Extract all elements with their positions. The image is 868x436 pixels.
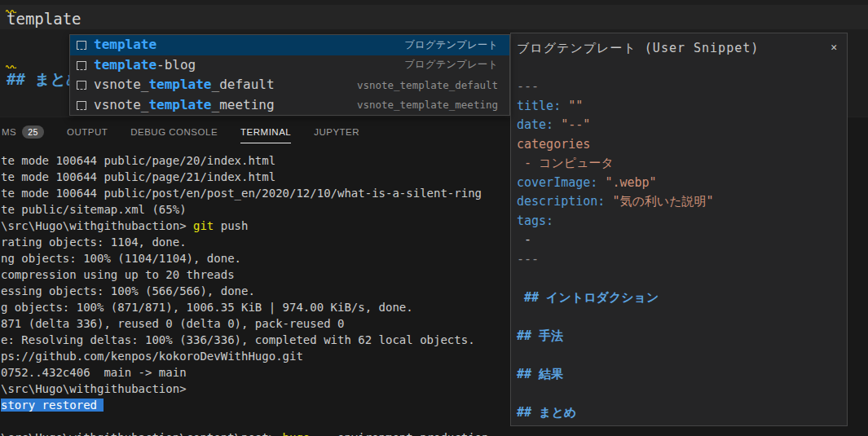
code-token: 0752..432c406 main -> main (1, 366, 187, 379)
tab-label: MS (2, 117, 16, 148)
code-token: description: (517, 194, 612, 209)
snippet-code-line: coverImage: ".webp" (517, 174, 842, 193)
code-token: te public/sitemap.xml (65%) (1, 203, 187, 216)
code-token: coverImage: (517, 175, 605, 190)
suggest-item-detail: vsnote_template_meeting (357, 99, 498, 111)
code-token: g objects: 100% (871/871), 1006.35 KiB |… (1, 301, 413, 314)
suggest-label-token: vsnote_ (94, 97, 148, 112)
code-token: ng objects: 100% (1104/1104), done. (1, 252, 241, 265)
snippet-preview-code: ---title: ""date: "--"categories - コンピュー… (517, 77, 842, 422)
tab-label: DEBUG CONSOLE (130, 117, 218, 148)
code-token: --environment production (310, 431, 488, 436)
snippet-code-line: title: "" (517, 97, 842, 117)
snippet-icon (77, 41, 86, 50)
tab-label: TERMINAL (240, 117, 291, 148)
suggest-item-detail: vsnote_template_default (357, 79, 498, 91)
snippet-code-line: date: "--" (517, 116, 842, 135)
code-token: ## 手法 (517, 328, 563, 343)
terminal-line: \src\Hugo\withgithubaction\content\post>… (1, 429, 868, 436)
code-token: "--" (561, 117, 590, 132)
code-token: title: (517, 99, 568, 113)
suggest-item[interactable]: vsnote_template_meetingvsnote_template_m… (70, 95, 509, 116)
code-token: ## 結果 (517, 367, 563, 381)
suggest-item[interactable]: template-blogブログテンプレート (70, 55, 509, 76)
snippet-preview-header: ブログテンプレート (User Snippet) ✕ (511, 33, 847, 56)
snippet-icon (77, 81, 86, 90)
code-token: "気の利いた説明" (612, 194, 713, 209)
snippet-code-line: --- (517, 250, 842, 270)
snippet-icon (77, 61, 86, 70)
suggest-item[interactable]: vsnote_template_defaultvsnote_template_d… (70, 75, 509, 95)
tab-terminal[interactable]: TERMINAL (240, 117, 291, 148)
snippet-preview-panel: ブログテンプレート (User Snippet) ✕ ---title: ""d… (510, 33, 848, 426)
code-token: categories (517, 137, 590, 152)
tab-label: OUTPUT (67, 117, 108, 148)
code-token: hugo (283, 431, 311, 436)
code-token: --- (517, 79, 539, 94)
suggest-item-label: template-blog (94, 55, 196, 75)
suggest-label-token: template (94, 57, 156, 73)
code-token: e: Resolving deltas: 100% (336/336), com… (1, 333, 475, 346)
code-token: push (214, 219, 248, 232)
snippet-code-line: ## イントロダクション (517, 288, 842, 308)
code-token: "" (568, 99, 583, 113)
suggest-label-token: -blog (156, 57, 196, 73)
snippet-code-line (517, 346, 842, 365)
code-token: te mode 100644 public/page/20/index.html (1, 154, 275, 167)
suggest-item-label: vsnote_template_default (94, 75, 275, 95)
code-token: story restored (1, 399, 104, 412)
code-token: git (193, 219, 214, 232)
suggest-item-label: template (94, 35, 156, 55)
snippet-code-line: tags: (517, 212, 842, 231)
snippet-code-line: - (517, 231, 842, 250)
suggest-label-token: template (148, 77, 211, 92)
tab-debug-console[interactable]: DEBUG CONSOLE (130, 117, 218, 148)
suggest-item[interactable]: templateブログテンプレート (70, 35, 509, 55)
suggest-label-token: template (94, 37, 156, 52)
close-icon[interactable]: ✕ (831, 41, 837, 54)
warning-squiggle-icon (6, 64, 16, 68)
snippet-code-line (517, 384, 842, 403)
suggest-label-token: vsnote_ (94, 77, 148, 92)
code-token: \src\Hugo\withgithubaction> (1, 382, 187, 395)
snippet-code-line: ## まとめ (517, 403, 842, 423)
code-token: te mode 100644 public/page/21/index.html (1, 170, 275, 183)
snippet-code-line (517, 307, 842, 327)
snippet-code-line (517, 269, 842, 288)
code-token: te mode 100644 public/post/en/post_en/20… (1, 187, 482, 200)
suggest-widget: templateブログテンプレートtemplate-blogブログテンプレートv… (69, 34, 510, 116)
code-token: ".webp" (605, 175, 656, 190)
code-token: ## イントロダクション (517, 290, 659, 305)
suggest-label-token: _meeting (212, 97, 275, 112)
code-token: compression using up to 20 threads (1, 268, 235, 281)
snippet-icon (77, 101, 86, 110)
snippet-code-line: --- (517, 77, 842, 97)
code-token: ps://github.com/kenpos/kokoroDevWithHugo… (1, 350, 303, 363)
tab-ms[interactable]: MS25 (2, 117, 44, 148)
suggest-item-label: vsnote_template_meeting (94, 95, 275, 115)
code-token: date: (517, 117, 561, 132)
code-token: - コンピュータ (517, 156, 614, 170)
problems-count-badge: 25 (22, 126, 44, 139)
code-token: - (517, 232, 531, 247)
tab-output[interactable]: OUTPUT (67, 117, 108, 148)
code-token: \src\Hugo\withgithubaction> (1, 219, 193, 232)
suggest-label-token: _default (212, 77, 275, 92)
suggest-label-token: template (148, 97, 211, 112)
tab-jupyter[interactable]: JUPYTER (314, 117, 359, 148)
snippet-code-line: ## 手法 (517, 327, 842, 346)
code-token: 871 (delta 336), reused 0 (delta 0), pac… (1, 317, 344, 330)
suggest-item-detail: ブログテンプレート (404, 58, 498, 72)
snippet-code-line: description: "気の利いた説明" (517, 192, 842, 212)
snippet-code-line: - コンピュータ (517, 154, 842, 174)
snippet-code-line: categories (517, 135, 842, 155)
code-token: --- (517, 252, 539, 266)
code-token: ## まとめ (517, 405, 576, 420)
suggest-item-detail: ブログテンプレート (404, 38, 498, 52)
editor-typed-text: template (7, 10, 82, 28)
snippet-code-line: ## 結果 (517, 365, 842, 385)
snippet-preview-title: ブログテンプレート (User Snippet) (517, 41, 759, 56)
code-token: \src\Hugo\withgithubaction\content\post> (1, 431, 283, 436)
code-token: tags: (517, 214, 553, 228)
current-line-highlight (0, 5, 868, 29)
